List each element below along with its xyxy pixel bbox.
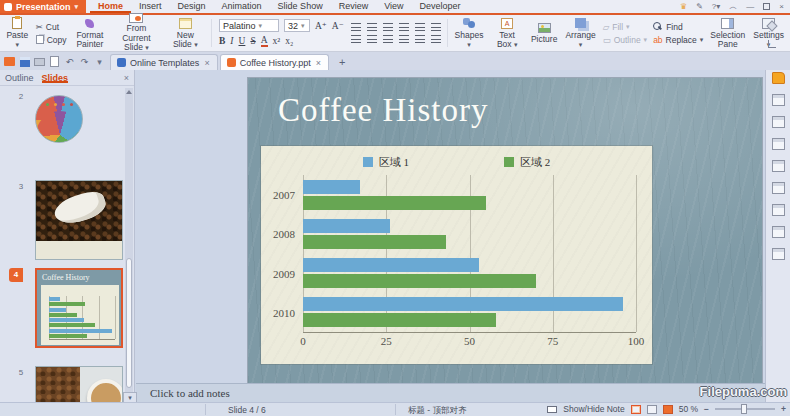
paste-button[interactable]: Paste ▾ [2,16,33,50]
menu-tab-review[interactable]: Review [331,0,377,13]
zoom-out-button[interactable]: − [704,404,709,414]
show-hide-note-icon[interactable] [547,406,557,413]
picture-panel-icon[interactable] [772,204,785,216]
document-tab-coffee-history-ppt[interactable]: Coffee History.ppt× [220,54,329,70]
cut-button[interactable]: ✂Cut [36,22,67,32]
slide-canvas[interactable]: Coffee History 区域 1区域 220072008200920100… [248,78,762,383]
text-box-button[interactable]: A Text Box ▾ [487,16,527,50]
zoom-slider[interactable] [715,408,775,410]
menu-tab-view[interactable]: View [376,0,411,13]
font-size-select[interactable]: 32▾ [284,19,310,32]
scrollbar-thumb[interactable] [126,258,132,388]
menu-tab-home[interactable]: Home [90,0,131,13]
align-left-icon[interactable] [351,35,361,43]
bar-chart[interactable]: 区域 1区域 220072008200920100255075100 [261,146,652,364]
decrease-indent-icon[interactable] [383,23,393,31]
underline-button[interactable]: U [239,36,246,46]
tab-close-icon[interactable]: × [315,58,322,68]
slide-thumbnail-3[interactable] [35,180,123,260]
slide-thumbnail-5[interactable] [35,366,123,402]
slide-layout-icon[interactable] [772,94,785,106]
superscript-button[interactable]: x² [273,36,281,46]
slide-thumbnail-2[interactable] [35,95,83,143]
shapes-button[interactable]: Shapes ▾ [451,16,488,50]
increase-font-size-button[interactable]: A⁺ [315,20,327,31]
tab-outline[interactable]: Outline [5,73,34,83]
effects-icon[interactable] [772,226,785,238]
show-hide-note-label[interactable]: Show/Hide Note [563,404,624,414]
justify-icon[interactable] [399,35,409,43]
fill-button[interactable]: ▱Fill ▾ [603,22,647,32]
menu-tab-developer[interactable]: Developer [412,0,469,13]
document-tab-online-templates[interactable]: Online Templates× [110,54,218,70]
app-menu-icon[interactable] [4,56,15,67]
normal-view-icon[interactable] [631,405,641,414]
new-tab-button[interactable]: + [335,56,349,70]
increase-indent-icon[interactable] [399,23,409,31]
outline-button[interactable]: ▭Outline ▾ [603,35,647,45]
bold-button[interactable]: B [219,36,225,46]
thumbnail-scrollbar[interactable] [125,88,133,398]
replace-button[interactable]: abReplace ▾ [653,35,703,45]
app-menu-block[interactable]: Presentation ▾ [0,0,86,13]
slideshow-icon[interactable] [663,405,673,414]
font-name-select[interactable]: Palatino▾ [219,19,279,32]
minimize-icon[interactable]: — [746,2,754,12]
save-icon[interactable] [19,56,30,67]
projector-icon[interactable] [772,182,785,194]
panel-close-icon[interactable]: × [124,73,129,83]
close-icon[interactable]: × [779,2,784,12]
decrease-font-size-button[interactable]: A⁻ [332,20,344,31]
restore-icon[interactable] [763,3,770,10]
menu-tab-design[interactable]: Design [170,0,214,13]
menu-tab-insert[interactable]: Insert [131,0,170,13]
selection-pane-button[interactable]: Selection Pane [706,16,749,50]
y-axis-label: 2007 [273,189,295,201]
print-icon[interactable] [34,56,45,67]
bullets-icon[interactable] [351,23,361,31]
audio-icon[interactable] [772,116,785,128]
zoom-slider-thumb[interactable] [741,404,747,414]
vip-icon[interactable]: ♛ [680,2,687,12]
ribbon-expand-icon[interactable] [768,40,776,48]
menu-tab-slide-show[interactable]: Slide Show [270,0,331,13]
zoom-in-button[interactable]: + [781,404,786,414]
new-slide-button[interactable]: New Slide ▾ [162,16,208,50]
line-spacing-icon[interactable] [415,23,425,31]
align-center-icon[interactable] [367,35,377,43]
copy-button[interactable]: Copy [36,35,67,45]
strikethrough-button[interactable]: S [250,36,255,46]
format-painter-button[interactable]: Format Painter [69,16,110,50]
slide-thumbnail-4[interactable]: Coffee History区域 1区域 2200720082009201002… [35,268,123,348]
undo-icon[interactable]: ↶ [64,56,75,67]
collapse-ribbon-icon[interactable]: ︿ [729,2,737,12]
text-columns-icon[interactable] [431,23,441,31]
subscript-button[interactable]: x₂ [285,36,293,46]
quick-access-more-icon[interactable]: ▾ [94,56,105,67]
cell-align-icon[interactable] [431,35,441,43]
distribute-icon[interactable] [415,35,425,43]
font-color-button[interactable]: A [261,35,268,47]
arrange-button[interactable]: Arrange ▾ [561,16,599,50]
from-current-slide-button[interactable]: From Current Slide ▾ [110,16,162,50]
print-preview-icon[interactable] [49,56,60,67]
media-icon[interactable] [772,248,785,260]
notes-pane[interactable]: Click to add notes [136,383,765,402]
tab-slides[interactable]: Slides [42,73,69,83]
menu-tab-animation[interactable]: Animation [214,0,270,13]
help-icon[interactable]: ?▾ [712,2,720,12]
layers-icon[interactable] [772,160,785,172]
redo-icon[interactable]: ↷ [79,56,90,67]
find-button[interactable]: Find [653,22,703,32]
slide-sorter-icon[interactable] [647,405,657,414]
align-right-icon[interactable] [383,35,393,43]
picture-button[interactable]: Picture [527,16,561,50]
numbering-icon[interactable] [367,23,377,31]
feedback-icon[interactable]: ✎ [696,2,703,12]
scroll-up-icon[interactable] [126,90,132,94]
notes-panel-icon[interactable] [772,138,785,150]
tab-close-icon[interactable]: × [203,58,210,68]
italic-button[interactable]: I [230,36,233,46]
new-document-icon[interactable] [772,72,785,84]
slide-title[interactable]: Coffee History [278,92,488,129]
